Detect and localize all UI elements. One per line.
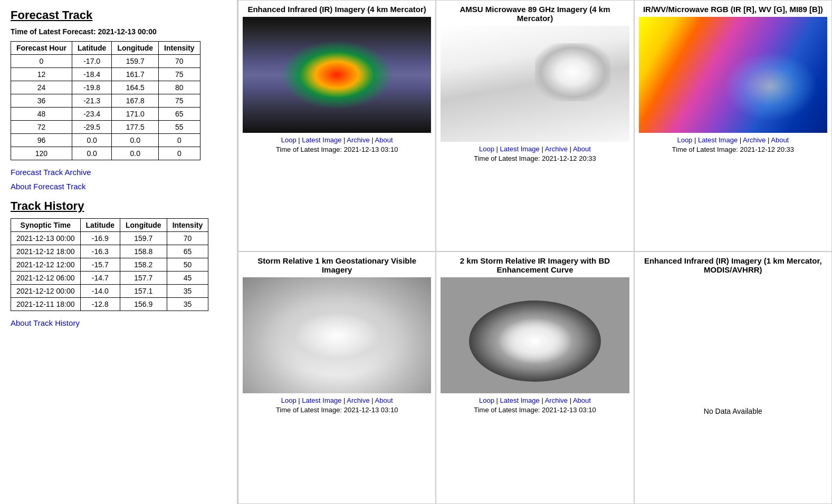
left-panel: Forecast Track Time of Latest Forecast: … xyxy=(0,0,237,504)
latest-forecast-value: 2021-12-13 00:00 xyxy=(98,27,156,36)
forecast-row: 36-21.3167.875 xyxy=(11,94,200,108)
forecast-archive-link-section: Forecast Track Archive xyxy=(11,168,226,177)
track-cell-lat: -16.3 xyxy=(80,245,120,258)
imagery-link-archive-vis-1km[interactable]: Archive xyxy=(347,396,369,404)
imagery-links-bd-2km: Loop | Latest Image | Archive | About xyxy=(479,396,591,404)
imagery-image-vis-1km xyxy=(243,277,431,393)
imagery-link-latest-image-vis-1km[interactable]: Latest Image xyxy=(302,396,341,404)
track-cell-intensity: 45 xyxy=(167,272,208,285)
forecast-cell-intensity: 75 xyxy=(159,68,200,81)
imagery-image-ir-wv-rgb xyxy=(639,17,827,133)
imagery-time-bd-2km: Time of Latest Image: 2021-12-13 03:10 xyxy=(474,406,596,414)
imagery-image-bd-2km xyxy=(441,277,629,393)
imagery-link-latest-image-amsu-mw[interactable]: Latest Image xyxy=(500,145,540,153)
track-col-time: Synoptic Time xyxy=(11,219,81,232)
forecast-cell-lon: 167.8 xyxy=(112,94,159,108)
imagery-title-vis-1km: Storm Relative 1 km Geostationary Visibl… xyxy=(243,256,431,274)
track-cell-time: 2021-12-12 06:00 xyxy=(11,272,81,285)
forecast-cell-lon: 0.0 xyxy=(112,134,159,147)
about-track-history-link[interactable]: About Track History xyxy=(11,318,80,327)
imagery-image-amsu-mw xyxy=(441,26,629,142)
track-cell-intensity: 35 xyxy=(167,285,208,298)
imagery-links-vis-1km: Loop | Latest Image | Archive | About xyxy=(281,396,393,404)
imagery-grid: Enhanced Infrared (IR) Imagery (4 km Mer… xyxy=(237,0,832,504)
imagery-link-loop-bd-2km[interactable]: Loop xyxy=(479,396,494,404)
track-cell-lon: 156.9 xyxy=(120,298,167,311)
about-track-history-link-section: About Track History xyxy=(11,318,226,327)
track-cell-time: 2021-12-12 18:00 xyxy=(11,245,81,258)
track-row: 2021-12-12 06:00-14.7157.745 xyxy=(11,272,208,285)
forecast-cell-hour: 12 xyxy=(11,68,72,81)
imagery-link-latest-image-ir-4km[interactable]: Latest Image xyxy=(302,136,341,144)
forecast-cell-hour: 48 xyxy=(11,108,72,121)
imagery-time-ir-wv-rgb: Time of Latest Image: 2021-12-12 20:33 xyxy=(672,146,795,153)
imagery-link-archive-ir-wv-rgb[interactable]: Archive xyxy=(743,136,766,144)
track-cell-lon: 159.7 xyxy=(120,232,167,245)
forecast-row: 48-23.4171.065 xyxy=(11,108,200,121)
imagery-title-ir-4km: Enhanced Infrared (IR) Imagery (4 km Mer… xyxy=(247,5,426,14)
track-cell-intensity: 35 xyxy=(167,298,208,311)
imagery-link-about-bd-2km[interactable]: About xyxy=(573,396,591,404)
forecast-row: 12-18.4161.775 xyxy=(11,68,200,81)
imagery-link-archive-ir-4km[interactable]: Archive xyxy=(347,136,369,144)
forecast-track-title: Forecast Track xyxy=(11,8,226,22)
track-col-lon: Longitude xyxy=(120,219,167,232)
imagery-link-about-ir-4km[interactable]: About xyxy=(375,136,393,144)
imagery-link-loop-vis-1km[interactable]: Loop xyxy=(281,396,297,404)
forecast-cell-lat: 0.0 xyxy=(72,147,111,160)
imagery-no-image-modis-ir xyxy=(639,277,827,393)
track-row: 2021-12-11 18:00-12.8156.935 xyxy=(11,298,208,311)
imagery-link-about-vis-1km[interactable]: About xyxy=(375,396,393,404)
forecast-table: Forecast Hour Latitude Longitude Intensi… xyxy=(11,41,200,160)
imagery-link-loop-amsu-mw[interactable]: Loop xyxy=(479,145,494,153)
forecast-cell-intensity: 75 xyxy=(159,94,200,108)
forecast-cell-lat: -23.4 xyxy=(72,108,111,121)
track-cell-time: 2021-12-12 00:00 xyxy=(11,285,81,298)
imagery-link-latest-image-bd-2km[interactable]: Latest Image xyxy=(500,396,540,404)
imagery-links-amsu-mw: Loop | Latest Image | Archive | About xyxy=(479,145,591,153)
forecast-cell-lon: 161.7 xyxy=(112,68,159,81)
about-forecast-link[interactable]: About Forecast Track xyxy=(11,182,86,191)
imagery-link-about-amsu-mw[interactable]: About xyxy=(573,145,591,153)
forecast-cell-hour: 72 xyxy=(11,121,72,134)
imagery-cell-modis-ir: Enhanced Infrared (IR) Imagery (1 km Mer… xyxy=(634,251,832,505)
track-cell-lat: -12.8 xyxy=(80,298,120,311)
imagery-link-archive-amsu-mw[interactable]: Archive xyxy=(545,145,568,153)
track-cell-lat: -14.0 xyxy=(80,285,120,298)
forecast-cell-lat: -19.8 xyxy=(72,81,111,94)
forecast-cell-intensity: 0 xyxy=(159,134,200,147)
forecast-cell-lon: 177.5 xyxy=(112,121,159,134)
track-row: 2021-12-12 18:00-16.3158.865 xyxy=(11,245,208,258)
track-row: 2021-12-13 00:00-16.9159.770 xyxy=(11,232,208,245)
imagery-cell-ir-wv-rgb: IR/WV/Microwave RGB (IR [R], WV [G], MI8… xyxy=(634,0,832,251)
imagery-links-ir-4km: Loop | Latest Image | Archive | About xyxy=(281,136,393,144)
forecast-cell-lat: 0.0 xyxy=(72,134,111,147)
track-cell-time: 2021-12-11 18:00 xyxy=(11,298,81,311)
imagery-link-latest-image-ir-wv-rgb[interactable]: Latest Image xyxy=(698,136,738,144)
track-cell-lat: -14.7 xyxy=(80,272,120,285)
track-row: 2021-12-12 00:00-14.0157.135 xyxy=(11,285,208,298)
track-cell-time: 2021-12-12 12:00 xyxy=(11,258,81,272)
forecast-cell-lon: 164.5 xyxy=(112,81,159,94)
track-cell-lon: 158.8 xyxy=(120,245,167,258)
imagery-link-loop-ir-wv-rgb[interactable]: Loop xyxy=(677,136,692,144)
forecast-row: 960.00.00 xyxy=(11,134,200,147)
forecast-cell-lon: 171.0 xyxy=(112,108,159,121)
forecast-cell-hour: 36 xyxy=(11,94,72,108)
track-cell-lat: -15.7 xyxy=(80,258,120,272)
forecast-archive-link[interactable]: Forecast Track Archive xyxy=(11,168,91,177)
imagery-link-archive-bd-2km[interactable]: Archive xyxy=(545,396,568,404)
track-cell-lon: 158.2 xyxy=(120,258,167,272)
imagery-link-loop-ir-4km[interactable]: Loop xyxy=(281,136,297,144)
forecast-cell-lat: -29.5 xyxy=(72,121,111,134)
track-row: 2021-12-12 12:00-15.7158.250 xyxy=(11,258,208,272)
imagery-title-bd-2km: 2 km Storm Relative IR Imagery with BD E… xyxy=(441,256,629,274)
imagery-cell-bd-2km: 2 km Storm Relative IR Imagery with BD E… xyxy=(436,251,634,505)
forecast-row: 72-29.5177.555 xyxy=(11,121,200,134)
forecast-cell-intensity: 65 xyxy=(159,108,200,121)
imagery-cell-vis-1km: Storm Relative 1 km Geostationary Visibl… xyxy=(238,251,436,505)
imagery-link-about-ir-wv-rgb[interactable]: About xyxy=(771,136,789,144)
track-cell-intensity: 70 xyxy=(167,232,208,245)
page-container: Forecast Track Time of Latest Forecast: … xyxy=(0,0,832,504)
imagery-time-vis-1km: Time of Latest Image: 2021-12-13 03:10 xyxy=(276,406,398,414)
